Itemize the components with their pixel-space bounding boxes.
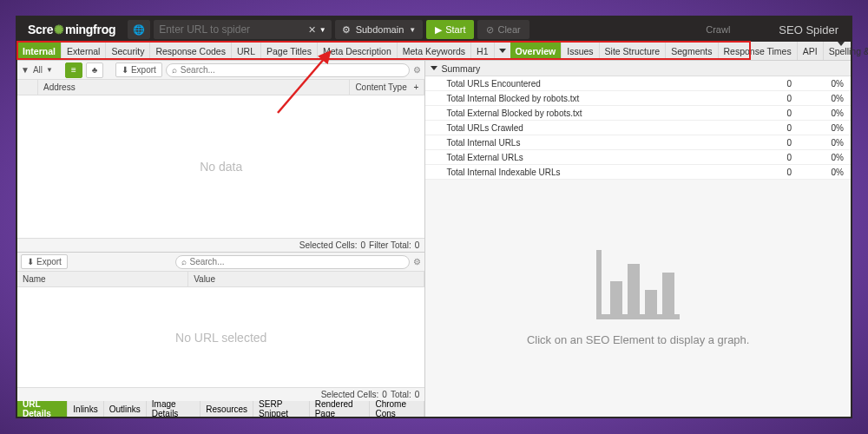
filter-caret-icon[interactable]: ▼ xyxy=(46,66,53,74)
summary-row[interactable]: Total URLs Encountered00% xyxy=(425,76,851,91)
bottom-tab-chrome-cons[interactable]: Chrome Cons xyxy=(370,401,424,417)
top-toolbar: Scre✺mingfrog 🌐 ✕ ▼ ⚙ Subdomain ▼ ▶ Star… xyxy=(17,17,851,42)
summary-row[interactable]: Total Internal URLs00% xyxy=(425,135,851,150)
filter-label[interactable]: All xyxy=(33,65,43,75)
tab-external[interactable]: External xyxy=(62,42,107,60)
mode-caret-icon: ▼ xyxy=(409,26,416,34)
tree-view-button[interactable]: ♣ xyxy=(86,62,103,78)
bottom-tabs: URL DetailsInlinksOutlinksImage DetailsR… xyxy=(17,401,424,417)
globe-icon: 🌐 xyxy=(133,24,145,36)
search-input[interactable] xyxy=(181,65,404,75)
globe-button[interactable]: 🌐 xyxy=(128,20,150,39)
start-button[interactable]: ▶ Start xyxy=(426,20,474,39)
lower-search-input[interactable] xyxy=(190,257,404,266)
frog-icon: ✺ xyxy=(54,23,64,36)
summary-row[interactable]: Total Internal Indexable URLs00% xyxy=(425,165,851,180)
summary-row-value: 0 xyxy=(740,108,792,118)
summary-row-label: Total Internal Blocked by robots.txt xyxy=(446,94,740,103)
summary-row-value: 0 xyxy=(740,123,792,133)
col-address[interactable]: Address xyxy=(38,80,350,95)
grid-header: Address Content Type+ xyxy=(17,80,424,95)
tab-overview[interactable]: Overview xyxy=(510,42,562,60)
tab-h1[interactable]: H1 xyxy=(471,42,494,60)
tab-internal[interactable]: Internal xyxy=(17,42,62,60)
clear-icon: ⊘ xyxy=(486,24,494,36)
logo-text-post: mingfrog xyxy=(65,23,115,36)
summary-row-value: 0 xyxy=(740,153,792,162)
lower-selected-label: Selected Cells: xyxy=(321,390,379,399)
product-name: SEO Spider xyxy=(768,23,849,36)
lower-left-pane: ⬇ Export ⌕ ⚙ Name Value No URL selected xyxy=(17,252,424,417)
logo-text-pre: Scre xyxy=(28,23,53,36)
clear-button[interactable]: ⊘ Clear xyxy=(477,20,529,39)
tab-response-times[interactable]: Response Times xyxy=(719,42,798,60)
summary-row[interactable]: Total URLs Crawled00% xyxy=(425,121,851,135)
add-col-icon[interactable]: + xyxy=(414,82,419,92)
mode-label: Subdomain xyxy=(356,24,404,35)
bottom-tab-rendered-page[interactable]: Rendered Page xyxy=(310,401,371,417)
tab-response-codes[interactable]: Response Codes xyxy=(150,42,232,60)
lower-grid-header: Name Value xyxy=(17,272,424,287)
summary-rows: Total URLs Encountered00%Total Internal … xyxy=(425,76,851,180)
summary-row-label: Total Internal URLs xyxy=(446,138,740,148)
lower-empty-text: No URL selected xyxy=(175,331,266,345)
tab-issues[interactable]: Issues xyxy=(562,42,599,60)
lower-search-settings-icon[interactable]: ⚙ xyxy=(413,257,421,266)
bottom-tab-serp-snippet[interactable]: SERP Snippet xyxy=(253,401,310,417)
search-settings-icon[interactable]: ⚙ xyxy=(413,65,421,75)
summary-row[interactable]: Total External Blocked by robots.txt00% xyxy=(425,106,851,121)
summary-row-label: Total External URLs xyxy=(446,153,740,162)
lower-export-label: Export xyxy=(36,257,62,266)
bottom-tab-outlinks[interactable]: Outlinks xyxy=(104,401,147,417)
lower-export-button[interactable]: ⬇ Export xyxy=(21,254,68,269)
search-icon: ⌕ xyxy=(181,257,187,266)
url-input[interactable] xyxy=(159,23,305,36)
lower-selected-value: 0 xyxy=(382,390,387,399)
tab-meta-description[interactable]: Meta Description xyxy=(318,42,398,60)
grid-footer: Selected Cells: 0 Filter Total: 0 xyxy=(17,238,424,252)
clear-url-icon[interactable]: ✕ xyxy=(305,24,319,36)
col-name[interactable]: Name xyxy=(17,272,188,286)
summary-row-pct: 0% xyxy=(792,168,844,177)
col-content-type[interactable]: Content Type+ xyxy=(350,80,424,95)
tab-page-titles[interactable]: Page Titles xyxy=(261,42,318,60)
summary-row-pct: 0% xyxy=(792,94,844,103)
logo: Scre✺mingfrog xyxy=(19,23,124,36)
bottom-tab-image-details[interactable]: Image Details xyxy=(147,401,201,417)
lower-total-label: Total: xyxy=(391,390,411,399)
mode-dropdown[interactable]: ⚙ Subdomain ▼ xyxy=(335,20,424,39)
app-window: Scre✺mingfrog 🌐 ✕ ▼ ⚙ Subdomain ▼ ▶ Star… xyxy=(16,16,852,418)
list-view-button[interactable]: ≡ xyxy=(65,62,82,78)
tab-segments[interactable]: Segments xyxy=(666,42,718,60)
bottom-tab-inlinks[interactable]: Inlinks xyxy=(68,401,103,417)
summary-row[interactable]: Total External URLs00% xyxy=(425,150,851,165)
tab-api[interactable]: API xyxy=(798,42,824,60)
col-value[interactable]: Value xyxy=(188,272,424,286)
bottom-tab-url-details[interactable]: URL Details xyxy=(17,401,68,417)
search-icon: ⌕ xyxy=(172,65,177,75)
overflow-caret-icon xyxy=(499,49,506,53)
url-caret-icon[interactable]: ▼ xyxy=(319,26,326,34)
crawl-status: Crawl xyxy=(636,24,765,35)
tab-url[interactable]: URL xyxy=(232,42,261,60)
right-tabs-overflow[interactable] xyxy=(833,42,849,46)
tab-security[interactable]: Security xyxy=(106,42,150,60)
summary-row[interactable]: Total Internal Blocked by robots.txt00% xyxy=(425,91,851,106)
left-tabs-overflow[interactable] xyxy=(495,42,510,60)
bottom-tab-resources[interactable]: Resources xyxy=(201,401,253,417)
summary-row-label: Total External Blocked by robots.txt xyxy=(446,108,740,118)
summary-row-label: Total URLs Crawled xyxy=(446,123,740,133)
url-input-wrap: ✕ ▼ xyxy=(154,20,331,39)
summary-row-label: Total URLs Encountered xyxy=(446,79,740,89)
summary-row-pct: 0% xyxy=(792,79,844,89)
export-button[interactable]: ⬇ Export xyxy=(115,62,162,77)
summary-row-pct: 0% xyxy=(792,123,844,133)
chart-hint: Click on an SEO Element to display a gra… xyxy=(527,333,750,346)
list-icon: ≡ xyxy=(71,65,76,75)
start-label: Start xyxy=(445,24,465,35)
summary-row-value: 0 xyxy=(740,138,792,148)
tab-meta-keywords[interactable]: Meta Keywords xyxy=(398,42,471,60)
summary-header[interactable]: Summary xyxy=(425,61,851,76)
tab-site-structure[interactable]: Site Structure xyxy=(600,42,667,60)
left-pane: ▼ All ▼ ≡ ♣ ⬇ Export ⌕ ⚙ Address xyxy=(17,61,425,417)
